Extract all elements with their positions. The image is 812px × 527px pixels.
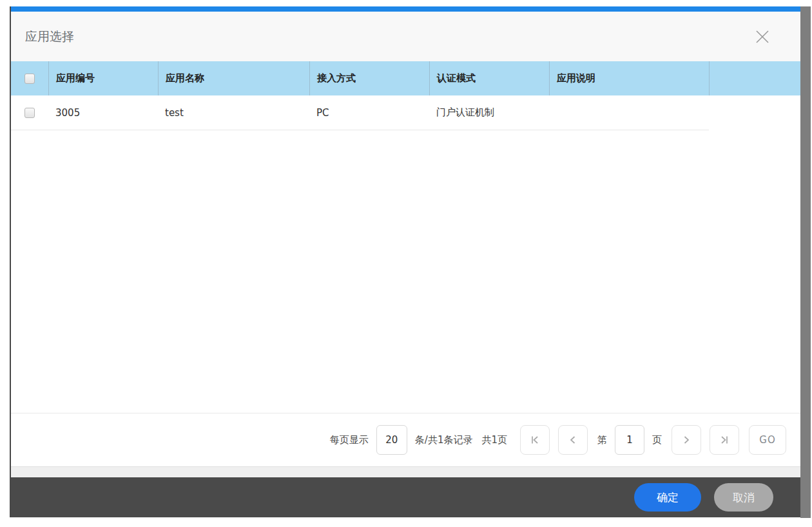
records-summary: 条/共1条记录 xyxy=(415,434,473,446)
close-button[interactable] xyxy=(750,25,775,49)
row-cell-auth-mode: 门户认证机制 xyxy=(429,95,549,130)
footer-divider-strip xyxy=(11,466,800,477)
dialog-footer: 确定 取消 xyxy=(11,477,800,517)
total-pages-label: 共1页 xyxy=(481,434,507,446)
page-prefix-label: 第 xyxy=(597,434,607,446)
pagination-bar: 每页显示 条/共1条记录 共1页 第 页 xyxy=(11,413,800,466)
app-select-dialog: 应用选择 应用编号 应用名称 接入方式 认证模式 应用说明 3005 test … xyxy=(10,6,800,517)
header-cell-select xyxy=(11,61,48,95)
dialog-accent-bar xyxy=(11,6,800,12)
confirm-button[interactable]: 确定 xyxy=(634,483,701,512)
last-page-button[interactable] xyxy=(710,425,739,455)
header-cell-app-id: 应用编号 xyxy=(48,61,158,95)
per-page-label: 每页显示 xyxy=(330,434,369,446)
go-button[interactable]: GO xyxy=(749,425,786,455)
row-cell-app-name: test xyxy=(158,95,309,130)
next-page-button[interactable] xyxy=(672,425,701,455)
row-cell-extra xyxy=(709,95,800,130)
prev-page-icon xyxy=(567,434,579,446)
table-header-row: 应用编号 应用名称 接入方式 认证模式 应用说明 xyxy=(11,61,800,95)
per-page-input[interactable] xyxy=(376,425,407,455)
row-checkbox[interactable] xyxy=(24,108,35,118)
table-empty-area xyxy=(11,130,800,413)
last-page-icon xyxy=(719,434,730,446)
header-cell-auth-mode: 认证模式 xyxy=(429,61,549,95)
header-cell-app-desc: 应用说明 xyxy=(549,61,709,95)
header-cell-app-name: 应用名称 xyxy=(158,61,309,95)
page-number-input[interactable] xyxy=(615,425,644,455)
row-cell-app-desc xyxy=(549,95,709,130)
dialog-titlebar: 应用选择 xyxy=(11,12,800,61)
page-title: 应用选择 xyxy=(25,28,74,45)
cancel-button[interactable]: 取消 xyxy=(714,483,773,512)
header-cell-extra xyxy=(709,61,800,95)
first-page-button[interactable] xyxy=(520,425,550,455)
page-backdrop-strip xyxy=(800,6,811,518)
select-all-checkbox[interactable] xyxy=(24,74,35,84)
header-cell-access-mode: 接入方式 xyxy=(309,61,429,95)
row-cell-app-id: 3005 xyxy=(48,95,158,130)
row-cell-select xyxy=(11,95,48,130)
first-page-icon xyxy=(529,434,541,446)
next-page-icon xyxy=(681,434,692,446)
prev-page-button[interactable] xyxy=(558,425,588,455)
close-icon xyxy=(753,39,772,48)
page-suffix-label: 页 xyxy=(652,434,662,446)
table-row[interactable]: 3005 test PC 门户认证机制 xyxy=(11,95,800,130)
row-cell-access-mode: PC xyxy=(309,95,429,130)
